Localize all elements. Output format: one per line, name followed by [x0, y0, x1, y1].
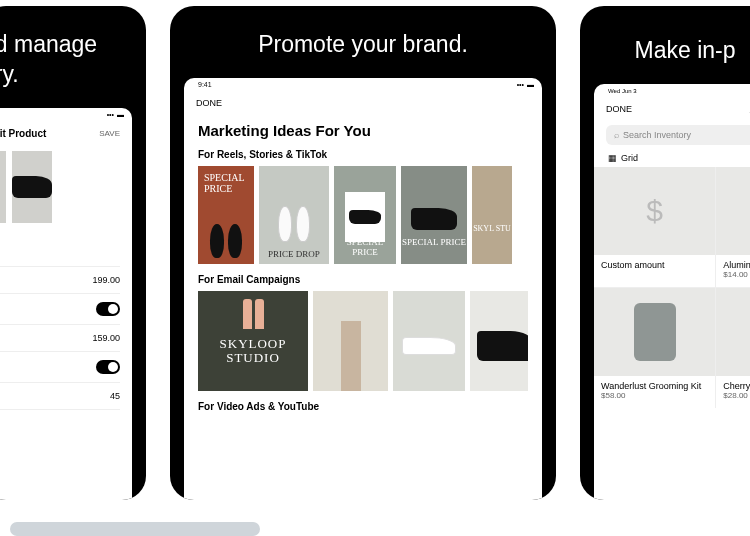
template-card[interactable]: SPECIAL PRICE [334, 166, 396, 264]
view-toggle[interactable]: ▦ Grid [594, 149, 750, 167]
grid-icon: ▦ [608, 153, 617, 163]
product-image [716, 288, 750, 376]
tablet-frame: Wed Jun 3 DONE Add items to bag ⌕ Search… [594, 84, 750, 500]
form-row[interactable]: xer [0, 239, 120, 267]
screen-header: Edit Product SAVE [0, 122, 132, 145]
panel-headline: Promote your brand. [170, 6, 556, 78]
done-button[interactable]: DONE [196, 98, 222, 108]
form-row[interactable]: 199.00 [0, 267, 120, 294]
product-grid: $ Custom amount Aluminum F$14.00 Wanderl… [594, 167, 750, 408]
template-card[interactable]: SPECIAL PRICE [198, 166, 254, 264]
dollar-icon: $ [594, 167, 715, 255]
product-image [716, 167, 750, 255]
form-row[interactable]: 159.00 [0, 325, 120, 352]
template-row[interactable]: SPECIAL PRICE PRICE DROP SPECIAL PRICE S… [198, 166, 528, 264]
grid-item[interactable]: $ Custom amount [594, 167, 715, 287]
form-row[interactable] [0, 294, 120, 325]
done-button[interactable]: DONE [606, 104, 632, 114]
template-row[interactable]: SKYLOOP STUDIO [198, 291, 528, 391]
page-title: Marketing Ideas For You [198, 122, 528, 139]
save-button[interactable]: SAVE [99, 129, 120, 138]
screen-header: DONE Add items to bag [594, 98, 750, 121]
grid-item[interactable]: Cherrywood$28.00 [716, 288, 750, 408]
template-card[interactable] [393, 291, 465, 391]
template-card[interactable] [313, 291, 388, 391]
toggle-switch[interactable] [96, 360, 120, 374]
horizontal-scrollbar[interactable] [10, 522, 260, 536]
search-icon: ⌕ [614, 130, 619, 140]
panel-headline: nd manage ory. [0, 6, 146, 108]
section-heading: For Video Ads & YouTube [198, 401, 528, 412]
form-row[interactable] [0, 352, 120, 383]
panel-in-person: Make in-p Wed Jun 3 DONE Add items to ba… [580, 6, 750, 500]
search-placeholder: Search Inventory [623, 130, 691, 140]
form-row[interactable]: 45 [0, 383, 120, 410]
status-bar: 9:41•••▬ [0, 108, 132, 122]
template-card[interactable]: PRICE DROP [259, 166, 329, 264]
toggle-switch[interactable] [96, 302, 120, 316]
section-heading: For Reels, Stories & TikTok [198, 149, 528, 160]
grid-item[interactable]: Wanderlust Grooming Kit$58.00 [594, 288, 715, 408]
panel-edit-product: nd manage ory. 9:41•••▬ Edit Product SAV… [0, 6, 146, 500]
search-input[interactable]: ⌕ Search Inventory [606, 125, 750, 145]
tablet-frame: 9:41•••▬ DONE Marketing Ideas For You Fo… [184, 78, 542, 500]
template-card[interactable]: SKYLOOP STUDIO [198, 291, 308, 391]
product-form: xer 199.00 159.00 45 [0, 229, 132, 410]
status-bar: Wed Jun 3 [594, 84, 750, 98]
template-card[interactable] [470, 291, 528, 391]
screen-header: DONE [184, 92, 542, 114]
screen-title: Edit Product [0, 128, 46, 139]
template-card[interactable]: SKYL STU [472, 166, 512, 264]
status-bar: 9:41•••▬ [184, 78, 542, 92]
grid-item[interactable]: Aluminum F$14.00 [716, 167, 750, 287]
template-card[interactable]: SPECIAL PRICE [401, 166, 467, 264]
marketing-content: Marketing Ideas For You For Reels, Stori… [184, 114, 542, 500]
panel-promote-brand: Promote your brand. 9:41•••▬ DONE Market… [170, 6, 556, 500]
product-image[interactable] [12, 151, 52, 223]
product-image [594, 288, 715, 376]
product-gallery [0, 145, 132, 229]
app-screenshots-carousel: nd manage ory. 9:41•••▬ Edit Product SAV… [0, 0, 750, 500]
tablet-frame: 9:41•••▬ Edit Product SAVE xer 199.00 15… [0, 108, 132, 500]
panel-headline: Make in-p [580, 6, 750, 84]
product-image[interactable] [0, 151, 6, 223]
section-heading: For Email Campaigns [198, 274, 528, 285]
